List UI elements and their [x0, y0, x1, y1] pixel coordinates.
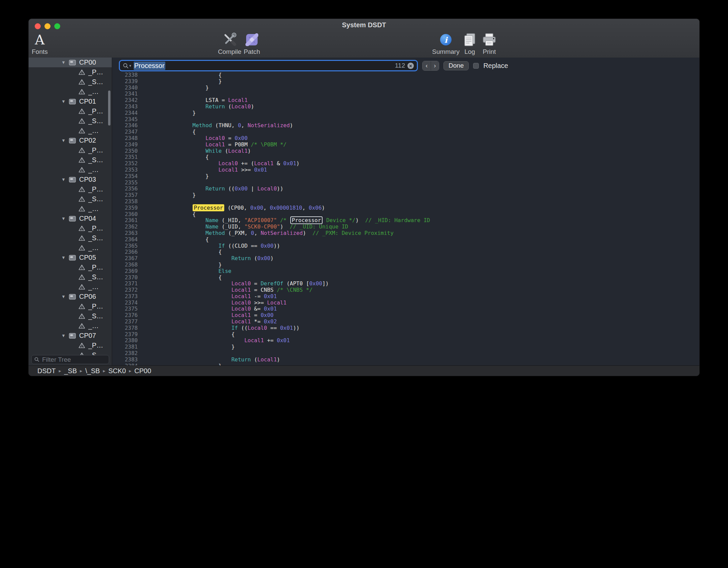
- tree-item[interactable]: _…: [29, 87, 112, 97]
- code-line[interactable]: 2355: [112, 180, 699, 186]
- tree-item[interactable]: _S…: [29, 77, 112, 87]
- disclosure-triangle-icon[interactable]: ▼: [61, 255, 69, 260]
- breadcrumb-item[interactable]: SCK0: [108, 367, 126, 375]
- tree-item[interactable]: _P…: [29, 67, 112, 77]
- code-line[interactable]: 2342 LSTA = Local1: [112, 97, 699, 104]
- code-line[interactable]: 2340 }: [112, 85, 699, 91]
- code-line[interactable]: 2369 Else: [112, 268, 699, 275]
- code-line[interactable]: 2346 Method (THNU, 0, NotSerialized): [112, 122, 699, 129]
- code-line[interactable]: 2361 Name (_HID, "ACPI0007" /* Processor…: [112, 217, 699, 224]
- tree-item[interactable]: _…: [29, 243, 112, 253]
- code-editor[interactable]: 2338 {2339 }2340 }23412342 LSTA = Local1…: [112, 72, 699, 366]
- code-line[interactable]: 2357 }: [112, 192, 699, 199]
- tree-item-cp04[interactable]: ▼CP04: [29, 214, 112, 223]
- code-line[interactable]: 2373 Local1 -= 0x01: [112, 293, 699, 300]
- code-line[interactable]: 2358: [112, 199, 699, 205]
- find-search-field[interactable]: ▾ Processor 112 ×: [119, 60, 418, 71]
- tree-item-cp07[interactable]: ▼CP07: [29, 331, 112, 341]
- tree-item[interactable]: _P…: [29, 145, 112, 155]
- tree-item[interactable]: _P…: [29, 301, 112, 311]
- code-line[interactable]: 2365 If ((CLOD == 0x00)): [112, 243, 699, 249]
- code-line[interactable]: 2339 }: [112, 78, 699, 85]
- search-scope-menu[interactable]: ▾: [123, 63, 131, 69]
- tree-item[interactable]: _…: [29, 126, 112, 136]
- tree-item[interactable]: _P…: [29, 341, 112, 350]
- tree-item[interactable]: _S…: [29, 311, 112, 321]
- code-line[interactable]: 2352 Local0 += (Local1 & 0x01): [112, 161, 699, 167]
- tree-item[interactable]: _S…: [29, 194, 112, 204]
- tree-item-cp00[interactable]: ▼CP00: [29, 58, 112, 67]
- code-line[interactable]: 2380 Local1 += 0x01: [112, 338, 699, 344]
- code-line[interactable]: 2370 {: [112, 275, 699, 281]
- tree-item-cp01[interactable]: ▼CP01: [29, 97, 112, 106]
- code-line[interactable]: 2341: [112, 91, 699, 97]
- tree-item-cp06[interactable]: ▼CP06: [29, 292, 112, 301]
- code-line[interactable]: 2343 Return (Local0): [112, 104, 699, 110]
- disclosure-triangle-icon[interactable]: ▼: [61, 138, 69, 143]
- code-line[interactable]: 2376 Local1 = 0x00: [112, 312, 699, 319]
- code-line[interactable]: 2372 Local1 = CNBS /* \CNBS */: [112, 287, 699, 293]
- tree-item[interactable]: _…: [29, 204, 112, 214]
- find-next-button[interactable]: ›: [431, 61, 439, 70]
- tree-item[interactable]: _P…: [29, 262, 112, 272]
- find-previous-button[interactable]: ‹: [423, 61, 431, 70]
- disclosure-triangle-icon[interactable]: ▼: [61, 99, 69, 104]
- code-line[interactable]: 2367 Return (0x00): [112, 255, 699, 262]
- sidebar-scrollbar[interactable]: [108, 91, 110, 126]
- tree-item-cp03[interactable]: ▼CP03: [29, 175, 112, 184]
- code-line[interactable]: 2381 }: [112, 344, 699, 350]
- code-line[interactable]: 2374 Local0 >>= Local1: [112, 300, 699, 306]
- tree-item-cp05[interactable]: ▼CP05: [29, 253, 112, 262]
- tree-item[interactable]: _…: [29, 165, 112, 175]
- code-line[interactable]: 2368 }: [112, 262, 699, 268]
- code-line[interactable]: 2364 {: [112, 237, 699, 243]
- code-line[interactable]: 2383 Return (Local1): [112, 357, 699, 363]
- tree-item[interactable]: _…: [29, 282, 112, 292]
- tree-item[interactable]: _S…: [29, 155, 112, 165]
- code-line[interactable]: 2356 Return ((0x00 | Local0)): [112, 186, 699, 192]
- code-line[interactable]: 2363 Method (_PXM, 0, NotSerialized) // …: [112, 230, 699, 237]
- replace-checkbox[interactable]: [473, 63, 479, 69]
- tree-item[interactable]: _P…: [29, 223, 112, 233]
- tree-item[interactable]: _…: [29, 321, 112, 331]
- code-line[interactable]: 2338 {: [112, 72, 699, 78]
- breadcrumb-item[interactable]: CP00: [134, 367, 151, 375]
- toolbar-fonts-button[interactable]: A Fonts: [28, 31, 62, 56]
- disclosure-triangle-icon[interactable]: ▼: [61, 294, 69, 299]
- code-line[interactable]: 2351 {: [112, 154, 699, 161]
- disclosure-triangle-icon[interactable]: ▼: [61, 60, 69, 65]
- code-line[interactable]: 2348 Local0 = 0x00: [112, 135, 699, 142]
- breadcrumb-item[interactable]: DSDT: [37, 367, 56, 375]
- toolbar-print-button[interactable]: Print: [467, 31, 511, 56]
- code-line[interactable]: 2345: [112, 116, 699, 123]
- tree-item[interactable]: _P…: [29, 106, 112, 116]
- breadcrumb-item[interactable]: _SB: [64, 367, 77, 375]
- code-line[interactable]: 2359 Processor (CP00, 0x00, 0x00001810, …: [112, 205, 699, 211]
- disclosure-triangle-icon[interactable]: ▼: [61, 216, 69, 221]
- code-line[interactable]: 2379 {: [112, 331, 699, 338]
- tree-item[interactable]: _S…: [29, 233, 112, 243]
- search-text[interactable]: Processor: [134, 62, 165, 70]
- code-line[interactable]: 2375 Local0 &= 0x01: [112, 306, 699, 312]
- code-line[interactable]: 2366 {: [112, 249, 699, 255]
- code-line[interactable]: 2382: [112, 350, 699, 357]
- code-line[interactable]: 2349 Local1 = P0BM /* \P0BM */: [112, 142, 699, 148]
- disclosure-triangle-icon[interactable]: ▼: [61, 177, 69, 182]
- code-line[interactable]: 2350 While (Local1): [112, 148, 699, 154]
- code-line[interactable]: 2378 If ((Local0 == 0x01)): [112, 325, 699, 331]
- done-button[interactable]: Done: [443, 61, 469, 70]
- tree-item[interactable]: _P…: [29, 184, 112, 194]
- tree-item-cp02[interactable]: ▼CP02: [29, 136, 112, 145]
- code-line[interactable]: 2371 Local0 = DerefOf (APT0 [0x00]): [112, 281, 699, 287]
- disclosure-triangle-icon[interactable]: ▼: [61, 333, 69, 338]
- code-line[interactable]: 2360 {: [112, 211, 699, 218]
- code-line[interactable]: 2353 Local1 >>= 0x01: [112, 167, 699, 173]
- code-line[interactable]: 2344 }: [112, 110, 699, 116]
- breadcrumb-item[interactable]: \_SB: [85, 367, 100, 375]
- filter-input[interactable]: [41, 356, 106, 364]
- filter-field[interactable]: [31, 355, 109, 364]
- code-line[interactable]: 2354 }: [112, 173, 699, 180]
- code-line[interactable]: 2377 Local1 *= 0x02: [112, 319, 699, 325]
- code-line[interactable]: 2362 Name (_UID, "SCK0-CP00") // _UID: U…: [112, 224, 699, 230]
- toolbar-patch-button[interactable]: Patch: [230, 31, 274, 56]
